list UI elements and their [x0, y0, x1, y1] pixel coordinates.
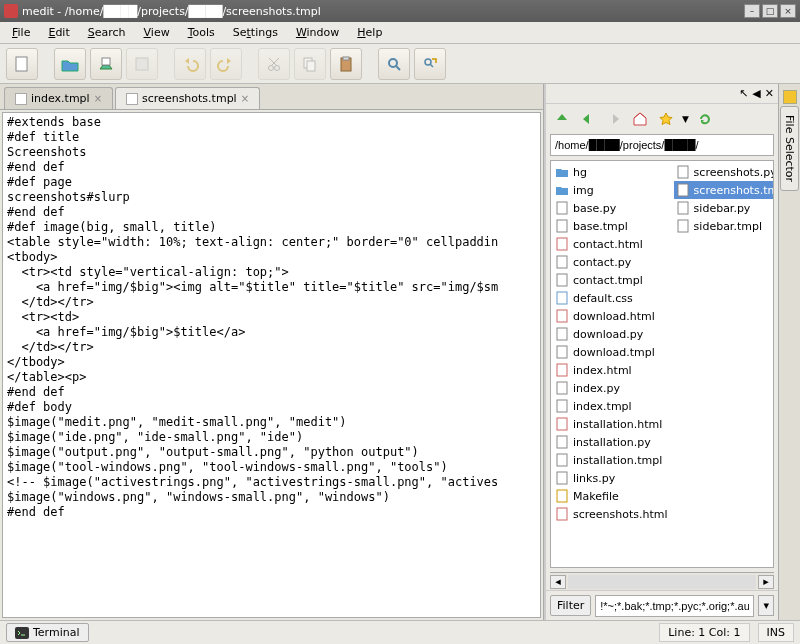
menu-tools[interactable]: Tools: [180, 24, 223, 41]
svg-rect-30: [678, 184, 688, 196]
file-item[interactable]: screenshots.tmpl: [674, 181, 774, 199]
status-bar: Terminal Line: 1 Col: 1 INS: [0, 620, 800, 644]
maximize-button[interactable]: □: [762, 4, 778, 18]
copy-button[interactable]: [294, 48, 326, 80]
filter-input[interactable]: [595, 595, 754, 617]
minimize-button[interactable]: –: [744, 4, 760, 18]
menu-help[interactable]: Help: [349, 24, 390, 41]
nav-forward-icon[interactable]: [604, 109, 624, 129]
file-icon: [126, 93, 138, 105]
file-item[interactable]: index.tmpl: [553, 397, 670, 415]
nav-refresh-icon[interactable]: [695, 109, 715, 129]
file-name: base.py: [573, 202, 616, 215]
file-item[interactable]: index.html: [553, 361, 670, 379]
svg-rect-31: [678, 202, 688, 214]
file-item[interactable]: Makefile: [553, 487, 670, 505]
file-item[interactable]: contact.py: [553, 253, 670, 271]
terminal-icon: [15, 627, 29, 639]
filter-dropdown-icon[interactable]: ▾: [758, 595, 774, 616]
file-name: installation.py: [573, 436, 651, 449]
file-item[interactable]: default.css: [553, 289, 670, 307]
open-file-button[interactable]: [54, 48, 86, 80]
file-item[interactable]: contact.html: [553, 235, 670, 253]
file-item[interactable]: download.tmpl: [553, 343, 670, 361]
file-item[interactable]: installation.html: [553, 415, 670, 433]
nav-back-icon[interactable]: [578, 109, 598, 129]
svg-rect-28: [557, 508, 567, 520]
menu-file[interactable]: File: [4, 24, 38, 41]
cut-button[interactable]: [258, 48, 290, 80]
close-window-button[interactable]: ×: [780, 4, 796, 18]
dropdown-arrow-icon[interactable]: ▼: [682, 114, 689, 124]
file-item[interactable]: screenshots.py: [674, 163, 774, 181]
path-input[interactable]: [550, 134, 774, 156]
menu-view[interactable]: View: [136, 24, 178, 41]
file-item[interactable]: contact.tmpl: [553, 271, 670, 289]
tab-index[interactable]: index.tmpl ×: [4, 87, 113, 109]
close-icon[interactable]: ×: [241, 93, 249, 104]
new-file-button[interactable]: [6, 48, 38, 80]
file-name: contact.py: [573, 256, 631, 269]
file-item[interactable]: img: [553, 181, 670, 199]
file-type-icon: [555, 183, 569, 197]
tab-screenshots[interactable]: screenshots.tmpl ×: [115, 87, 260, 109]
scroll-left-icon[interactable]: ◂: [550, 575, 566, 589]
nav-home-icon[interactable]: [630, 109, 650, 129]
file-item[interactable]: links.py: [553, 469, 670, 487]
menu-search[interactable]: Search: [80, 24, 134, 41]
file-icon: [15, 93, 27, 105]
terminal-button[interactable]: Terminal: [6, 623, 89, 642]
undo-button[interactable]: [174, 48, 206, 80]
file-item[interactable]: index.py: [553, 379, 670, 397]
save-as-button[interactable]: [126, 48, 158, 80]
menu-edit[interactable]: Edit: [40, 24, 77, 41]
file-item[interactable]: download.html: [553, 307, 670, 325]
paste-button[interactable]: [330, 48, 362, 80]
insert-mode[interactable]: INS: [758, 623, 794, 642]
filter-label[interactable]: Filter: [550, 595, 591, 616]
file-type-icon: [676, 219, 690, 233]
file-type-icon: [555, 471, 569, 485]
file-item[interactable]: installation.tmpl: [553, 451, 670, 469]
file-item[interactable]: sidebar.tmpl: [674, 217, 774, 235]
file-item[interactable]: base.tmpl: [553, 217, 670, 235]
side-tab-strip: File Selector: [778, 84, 800, 620]
scroll-right-icon[interactable]: ▸: [758, 575, 774, 589]
file-list[interactable]: hgimgbase.pybase.tmplcontact.htmlcontact…: [550, 160, 774, 568]
redo-button[interactable]: [210, 48, 242, 80]
menu-settings[interactable]: Settings: [225, 24, 286, 41]
file-item[interactable]: screenshots.html: [553, 505, 670, 523]
menu-window[interactable]: Window: [288, 24, 347, 41]
app-icon: [4, 4, 18, 18]
terminal-label: Terminal: [33, 626, 80, 639]
file-item[interactable]: installation.py: [553, 433, 670, 451]
file-selector-tab[interactable]: File Selector: [780, 106, 799, 191]
file-item[interactable]: sidebar.py: [674, 199, 774, 217]
panel-detach-icon[interactable]: ◀: [752, 87, 760, 100]
panel-close-icon[interactable]: ✕: [765, 87, 774, 100]
code-editor[interactable]: #extends base #def title Screenshots #en…: [2, 112, 541, 618]
file-name: download.tmpl: [573, 346, 655, 359]
find-button[interactable]: [378, 48, 410, 80]
file-list-scrollbar[interactable]: ◂ ▸: [550, 572, 774, 590]
file-name: installation.html: [573, 418, 662, 431]
file-item[interactable]: hg: [553, 163, 670, 181]
svg-rect-15: [557, 274, 567, 286]
replace-button[interactable]: [414, 48, 446, 80]
window-titlebar: medit - /home/████/projects/████/screens…: [0, 0, 800, 22]
file-item[interactable]: download.py: [553, 325, 670, 343]
svg-rect-18: [557, 328, 567, 340]
nav-bookmark-icon[interactable]: [656, 109, 676, 129]
file-name: default.css: [573, 292, 633, 305]
scroll-track[interactable]: [568, 575, 756, 589]
panel-undock-icon[interactable]: ↖: [739, 87, 748, 100]
cursor-position: Line: 1 Col: 1: [659, 623, 749, 642]
file-item[interactable]: base.py: [553, 199, 670, 217]
close-icon[interactable]: ×: [94, 93, 102, 104]
editor-pane: index.tmpl × screenshots.tmpl × #extends…: [0, 84, 544, 620]
svg-rect-2: [136, 58, 148, 70]
folder-icon: [783, 90, 797, 104]
nav-up-icon[interactable]: [552, 109, 572, 129]
save-button[interactable]: [90, 48, 122, 80]
file-name: sidebar.tmpl: [694, 220, 762, 233]
